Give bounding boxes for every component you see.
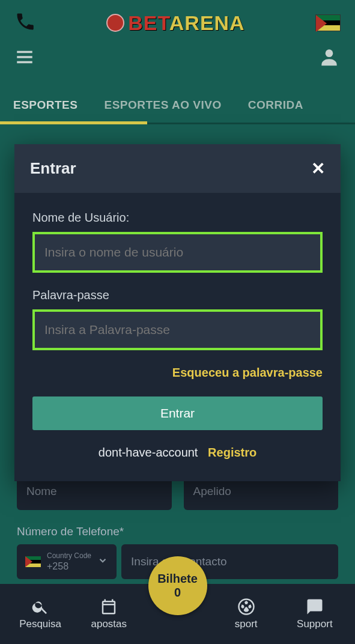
ticket-button[interactable]: Bilhete 0	[148, 556, 207, 615]
brand-part2: ARENA	[169, 11, 245, 34]
password-label: Palavra-passe	[32, 288, 323, 302]
soccer-icon	[237, 598, 255, 616]
nav-bets-label: apostas	[91, 618, 127, 630]
phone-label: Número de Telefone*	[17, 525, 338, 538]
username-label: Nome de Usuário:	[32, 211, 323, 225]
tab-esportes-ao-vivo[interactable]: ESPORTES AO VIVO	[91, 90, 234, 123]
ticket-label: Bilhete	[157, 572, 198, 586]
calendar-icon	[100, 598, 118, 616]
nav-bets[interactable]: apostas	[82, 598, 136, 630]
phone-icon[interactable]	[14, 11, 36, 35]
login-modal: Entrar ✕ Nome de Usuário: Palavra-passe …	[14, 144, 341, 481]
brand-part1: BET	[128, 11, 169, 34]
country-code-value: +258	[47, 560, 91, 572]
tab-esportes[interactable]: ESPORTES	[0, 90, 91, 123]
login-button[interactable]: Entrar	[32, 396, 323, 430]
globe-icon	[106, 14, 124, 32]
svg-point-3	[326, 49, 333, 57]
no-account-text: dont-have-account	[99, 446, 198, 459]
tab-corrida[interactable]: CORRIDA	[235, 90, 317, 123]
close-icon[interactable]: ✕	[311, 159, 325, 178]
country-flag-icon	[25, 556, 41, 567]
password-input[interactable]	[32, 309, 323, 350]
nav-sport-label: sport	[235, 618, 258, 630]
tab-indicator	[0, 121, 147, 124]
modal-title: Entrar	[30, 159, 76, 178]
brand-logo: BETARENA	[106, 11, 244, 35]
ticket-count: 0	[174, 586, 181, 600]
search-icon	[31, 598, 49, 616]
nav-search-label: Pesquisa	[19, 618, 61, 630]
country-code-label: Country Code	[47, 551, 91, 560]
chevron-down-icon	[97, 555, 108, 568]
language-flag[interactable]	[315, 14, 341, 31]
nav-sport[interactable]: sport	[219, 598, 273, 630]
menu-icon[interactable]	[14, 47, 35, 72]
nav-search[interactable]: Pesquisa	[13, 598, 67, 630]
nav-support[interactable]: Support	[288, 598, 342, 630]
user-icon[interactable]	[318, 46, 341, 73]
username-input[interactable]	[32, 232, 323, 273]
country-code-select[interactable]: Country Code +258	[17, 544, 117, 579]
chat-icon	[306, 598, 324, 616]
forgot-password-link[interactable]: Esqueceu a palavra-passe	[32, 366, 323, 380]
main-tabs: ESPORTES ESPORTES AO VIVO CORRIDA	[0, 84, 355, 124]
register-link[interactable]: Registro	[208, 446, 256, 459]
nav-support-label: Support	[297, 618, 333, 630]
